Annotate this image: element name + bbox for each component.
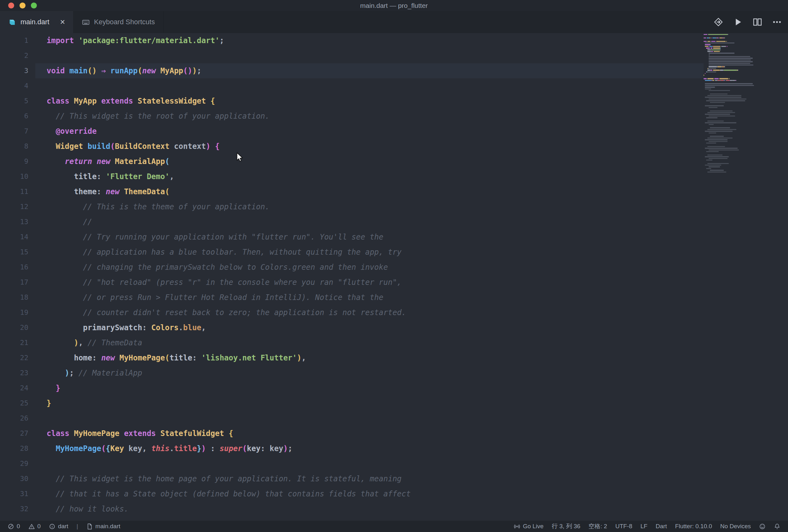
line-number: 26 (0, 411, 35, 426)
minimize-window-button[interactable] (20, 2, 25, 8)
code-line[interactable]: 15 // application has a blue toolbar. Th… (0, 245, 788, 260)
code-line[interactable]: 11 theme: new ThemeData( (0, 184, 788, 199)
code-line[interactable]: 1import 'package:flutter/material.dart'; (0, 33, 788, 48)
dart-file-icon (8, 18, 16, 26)
code-line-content (35, 411, 704, 426)
code-line[interactable]: 30 // This widget is the home page of yo… (0, 471, 788, 486)
code-editor[interactable]: 1import 'package:flutter/material.dart';… (0, 33, 788, 521)
active-file-status[interactable]: main.dart (86, 523, 120, 530)
close-window-button[interactable] (8, 2, 14, 8)
code-line[interactable]: 3void main() ⇒ runApp(new MyApp()); (0, 63, 788, 78)
error-count: 0 (17, 523, 20, 530)
keyboard-icon (82, 18, 90, 26)
code-line-content: class MyApp extends StatelessWidget { (35, 94, 704, 109)
code-line-content: ); // MaterialApp (35, 366, 704, 381)
code-line[interactable]: 17 // "hot reload" (press "r" in the con… (0, 275, 788, 290)
code-line[interactable]: 6 // This widget is the root of your app… (0, 109, 788, 124)
tab-main-dart[interactable]: main.dart × (0, 11, 74, 33)
code-line[interactable]: 14 // Try running your application with … (0, 229, 788, 245)
code-line[interactable]: 16 // changing the primarySwatch below t… (0, 260, 788, 275)
code-line[interactable]: 8 Widget build(BuildContext context) { (0, 139, 788, 154)
code-line[interactable]: 19 // counter didn't reset back to zero;… (0, 305, 788, 320)
code-line[interactable]: 13 // (0, 214, 788, 229)
language-mode[interactable]: Dart (656, 523, 667, 530)
status-right: Go Live 行 3, 列 36 空格: 2 UTF-8 LF Dart Fl… (514, 522, 781, 530)
split-editor-icon[interactable] (753, 17, 762, 27)
code-line-content (35, 78, 704, 94)
dart-analysis-status[interactable]: dart (49, 523, 68, 530)
traffic-lights (8, 0, 37, 11)
line-number: 19 (0, 305, 35, 320)
code-line-content: Widget build(BuildContext context) { (35, 139, 704, 154)
code-line-content: // that it has a State object (defined b… (35, 486, 704, 502)
code-line[interactable]: 10 title: 'Flutter Demo', (0, 169, 788, 184)
line-number: 24 (0, 381, 35, 396)
minimap[interactable] (704, 34, 760, 173)
problems-warnings[interactable]: 0 (28, 523, 41, 530)
code-line-content: title: 'Flutter Demo', (35, 169, 704, 184)
feedback-smiley-icon[interactable] (759, 523, 766, 530)
tab-keyboard-shortcuts[interactable]: Keyboard Shortcuts (74, 11, 163, 33)
line-number: 31 (0, 486, 35, 502)
line-number: 18 (0, 290, 35, 305)
code-line[interactable]: 18 // or press Run > Flutter Hot Reload … (0, 290, 788, 305)
editor-tab-bar: main.dart × Keyboard Shortcuts (0, 11, 788, 33)
run-button-icon[interactable] (733, 17, 743, 27)
code-line-content: class MyHomePage extends StatefulWidget … (35, 426, 704, 441)
status-bar: 0 0 dart | main.dart Go L (0, 521, 788, 532)
code-line-content: import 'package:flutter/material.dart'; (35, 33, 704, 48)
code-line[interactable]: 22 home: new MyHomePage(title: 'lishaoy.… (0, 350, 788, 366)
encoding-setting[interactable]: UTF-8 (615, 523, 632, 530)
eol-setting[interactable]: LF (641, 523, 648, 530)
more-actions-icon[interactable] (772, 17, 782, 27)
line-number: 15 (0, 245, 35, 260)
code-line-content: // application has a blue toolbar. Then,… (35, 245, 704, 260)
line-number: 25 (0, 396, 35, 411)
code-line[interactable]: 32 // how it looks. (0, 502, 788, 516)
line-number: 17 (0, 275, 35, 290)
line-number: 2 (0, 48, 35, 63)
zoom-window-button[interactable] (31, 2, 37, 8)
file-name-label: main.dart (95, 523, 120, 530)
status-separator: | (77, 523, 78, 530)
indentation-setting[interactable]: 空格: 2 (589, 522, 607, 530)
code-line[interactable]: 20 primarySwatch: Colors.blue, (0, 320, 788, 335)
device-selector[interactable]: No Devices (720, 523, 751, 530)
go-live-button[interactable]: Go Live (514, 523, 543, 530)
code-line[interactable]: 31 // that it has a State object (define… (0, 486, 788, 502)
cursor-position[interactable]: 行 3, 列 36 (552, 522, 580, 530)
line-number: 22 (0, 350, 35, 366)
status-left: 0 0 dart | main.dart (7, 523, 120, 530)
code-line[interactable]: 5class MyApp extends StatelessWidget { (0, 94, 788, 109)
code-line[interactable]: 23 ); // MaterialApp (0, 366, 788, 381)
line-number: 32 (0, 502, 35, 516)
code-lines: 1import 'package:flutter/material.dart';… (0, 33, 788, 516)
editor-actions (714, 11, 782, 33)
code-line-content: void main() ⇒ runApp(new MyApp()); (35, 63, 704, 78)
code-line[interactable]: 28 MyHomePage({Key key, this.title}) : s… (0, 441, 788, 456)
code-line[interactable]: 12 // This is the theme of your applicat… (0, 199, 788, 214)
code-line-content (35, 456, 704, 471)
code-line[interactable]: 27class MyHomePage extends StatefulWidge… (0, 426, 788, 441)
code-line[interactable]: 26 (0, 411, 788, 426)
close-tab-icon[interactable]: × (60, 18, 65, 26)
code-line[interactable]: 2 (0, 48, 788, 63)
go-live-label: Go Live (523, 523, 543, 530)
code-line[interactable]: 25} (0, 396, 788, 411)
line-number: 5 (0, 94, 35, 109)
flutter-version[interactable]: Flutter: 0.10.0 (675, 523, 712, 530)
line-number: 30 (0, 471, 35, 486)
code-line[interactable]: 4 (0, 78, 788, 94)
open-changes-icon[interactable] (714, 17, 723, 27)
code-line-content: } (35, 396, 704, 411)
code-line[interactable]: 24 } (0, 381, 788, 396)
notifications-bell-icon[interactable] (774, 523, 781, 530)
problems-errors[interactable]: 0 (7, 523, 20, 530)
line-number: 21 (0, 335, 35, 350)
line-number: 9 (0, 154, 35, 169)
code-line[interactable]: 21 ), // ThemeData (0, 335, 788, 350)
code-line[interactable]: 7 @override (0, 124, 788, 139)
line-number: 16 (0, 260, 35, 275)
code-line[interactable]: 29 (0, 456, 788, 471)
code-line[interactable]: 9 return new MaterialApp( (0, 154, 788, 169)
